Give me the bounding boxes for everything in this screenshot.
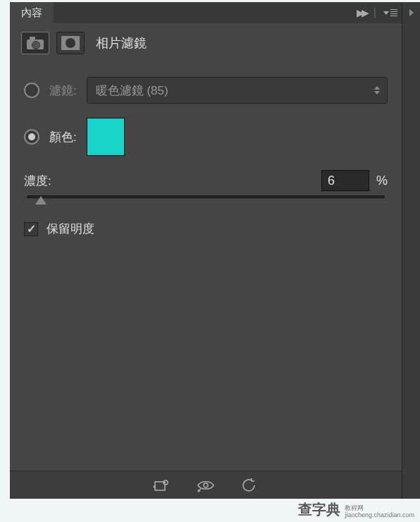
- camera-icon: [27, 37, 44, 49]
- color-radio[interactable]: [24, 129, 39, 145]
- expand-icon[interactable]: [409, 9, 414, 16]
- density-label: 濃度:: [24, 173, 51, 189]
- panel-title: 相片濾鏡: [96, 35, 147, 51]
- dropdown-arrows-icon: [374, 86, 380, 95]
- filter-radio[interactable]: [24, 83, 39, 98]
- mask-icon-button[interactable]: [56, 32, 85, 54]
- filter-row: 濾鏡: 暖色濾鏡 (85): [24, 77, 388, 104]
- density-row: 濃度: %: [24, 170, 388, 191]
- side-strip: [402, 2, 420, 499]
- divider: |: [373, 6, 376, 19]
- preserve-luminosity-row: 保留明度: [24, 221, 388, 237]
- watermark-sub: 教程网 jiaocheng.chazidian.com: [345, 505, 414, 519]
- filter-dropdown[interactable]: 暖色濾鏡 (85): [87, 77, 388, 104]
- chevron-down-icon: [383, 11, 389, 15]
- tab-bar: 內容 ▶▶ |: [10, 2, 402, 23]
- panel-footer: [10, 471, 402, 499]
- filter-dropdown-value: 暖色濾鏡 (85): [96, 83, 168, 99]
- color-swatch[interactable]: [87, 118, 125, 156]
- preserve-luminosity-label: 保留明度: [47, 221, 94, 237]
- density-group: 濃度: %: [24, 170, 388, 204]
- density-input[interactable]: [321, 170, 369, 191]
- toggle-visibility-icon[interactable]: [197, 478, 215, 493]
- controls-area: 濾鏡: 暖色濾鏡 (85) 顏色: 濃度: %: [10, 64, 402, 471]
- adjustment-icon-button[interactable]: [21, 32, 49, 54]
- fast-forward-icon[interactable]: ▶▶: [357, 7, 366, 18]
- hamburger-icon: [390, 9, 397, 16]
- adjustment-header: 相片濾鏡: [10, 23, 402, 64]
- mask-icon: [61, 36, 80, 50]
- tab-bar-controls: ▶▶ |: [357, 6, 397, 19]
- tab-label: 內容: [21, 6, 42, 20]
- density-slider[interactable]: [27, 190, 385, 204]
- watermark-sub2: jiaocheng.chazidian.com: [345, 512, 414, 519]
- properties-panel: 內容 ▶▶ | 相片濾鏡 濾鏡: 暖色濾鏡 (85): [10, 2, 402, 499]
- color-label: 顏色:: [49, 129, 77, 145]
- panel-menu-icon[interactable]: [383, 9, 397, 16]
- svg-point-2: [204, 483, 208, 487]
- reset-icon[interactable]: [240, 478, 259, 493]
- density-slider-wrap: [24, 190, 388, 204]
- slider-track: [27, 195, 385, 198]
- density-unit: %: [376, 174, 388, 188]
- filter-label: 濾鏡:: [49, 83, 77, 99]
- watermark-main: 查字典: [298, 500, 340, 519]
- density-input-wrap: %: [321, 170, 388, 191]
- svg-point-1: [163, 480, 168, 485]
- color-row: 顏色:: [24, 118, 388, 156]
- tab-content[interactable]: 內容: [10, 2, 54, 23]
- slider-thumb-icon[interactable]: [35, 196, 47, 205]
- watermark: 查字典 教程网 jiaocheng.chazidian.com: [298, 500, 414, 519]
- preserve-luminosity-checkbox[interactable]: [24, 222, 38, 236]
- clip-to-layer-icon[interactable]: [153, 478, 171, 493]
